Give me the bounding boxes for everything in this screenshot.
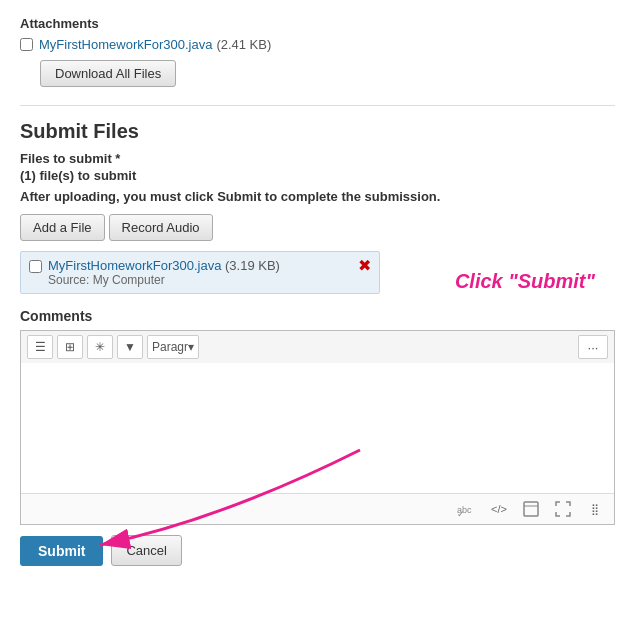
section-divider xyxy=(20,105,615,106)
rte-chevron-button[interactable]: ▼ xyxy=(117,335,143,359)
submit-button[interactable]: Submit xyxy=(20,536,103,566)
submit-files-title: Submit Files xyxy=(20,120,615,143)
attachments-section: Attachments MyFirstHomeworkFor300.java (… xyxy=(20,16,615,87)
rte-and-annotation: ☰ ⊞ ✳ ▼ Paragr▾ ··· abc ✓ </> xyxy=(20,330,615,525)
add-file-button[interactable]: Add a File xyxy=(20,214,105,241)
attachments-label: Attachments xyxy=(20,16,615,31)
comments-label: Comments xyxy=(20,308,615,324)
rte-dots-icon[interactable]: ⣿ xyxy=(582,498,608,520)
rte-editor-body: abc ✓ </> xyxy=(20,363,615,525)
file-entry-size: (3.19 KB) xyxy=(225,258,280,273)
rte-content-area[interactable] xyxy=(21,363,614,493)
rte-spellcheck-icon[interactable]: abc ✓ xyxy=(454,498,480,520)
record-audio-button[interactable]: Record Audio xyxy=(109,214,213,241)
file-entry-info: MyFirstHomeworkFor300.java (3.19 KB) Sou… xyxy=(48,258,350,287)
file-entry-remove-button[interactable]: ✖ xyxy=(358,258,371,274)
form-actions: Submit Cancel xyxy=(20,535,615,566)
rte-table-button[interactable]: ⊞ xyxy=(57,335,83,359)
click-submit-annotation: Click "Submit" xyxy=(455,270,595,293)
attachment-file-link[interactable]: MyFirstHomeworkFor300.java xyxy=(39,37,212,52)
rte-format-button[interactable]: ☰ xyxy=(27,335,53,359)
attachment-row: MyFirstHomeworkFor300.java (2.41 KB) xyxy=(20,37,615,52)
paragraph-dropdown-label: Paragr▾ xyxy=(152,340,194,354)
rte-bottom-bar: abc ✓ </> xyxy=(21,493,614,524)
svg-rect-2 xyxy=(524,502,538,516)
file-entry-name-link[interactable]: MyFirstHomeworkFor300.java xyxy=(48,258,221,273)
upload-notice: After uploading, you must click Submit t… xyxy=(20,189,615,204)
files-to-submit-label: Files to submit * xyxy=(20,151,615,166)
rte-paragraph-dropdown[interactable]: Paragr▾ xyxy=(147,335,199,359)
file-entry-checkbox[interactable] xyxy=(29,260,42,273)
cancel-button[interactable]: Cancel xyxy=(111,535,181,566)
submit-files-section: Submit Files Files to submit * (1) file(… xyxy=(20,120,615,294)
rte-fullscreen-icon[interactable] xyxy=(550,498,576,520)
rte-embed-icon[interactable] xyxy=(518,498,544,520)
file-action-buttons: Add a File Record Audio xyxy=(20,214,615,241)
download-all-files-button[interactable]: Download All Files xyxy=(40,60,176,87)
svg-text:✓: ✓ xyxy=(457,509,465,517)
comments-section: Comments ☰ ⊞ ✳ ▼ Paragr▾ ··· abc ✓ xyxy=(20,308,615,525)
rte-special-button[interactable]: ✳ xyxy=(87,335,113,359)
rte-more-button[interactable]: ··· xyxy=(578,335,608,359)
file-entry: MyFirstHomeworkFor300.java (3.19 KB) Sou… xyxy=(20,251,380,294)
attachment-checkbox[interactable] xyxy=(20,38,33,51)
rte-toolbar: ☰ ⊞ ✳ ▼ Paragr▾ ··· xyxy=(20,330,615,363)
attachment-file-size: (2.41 KB) xyxy=(216,37,271,52)
file-entry-source: Source: My Computer xyxy=(48,273,350,287)
files-count: (1) file(s) to submit xyxy=(20,168,615,183)
rte-code-icon[interactable]: </> xyxy=(486,498,512,520)
